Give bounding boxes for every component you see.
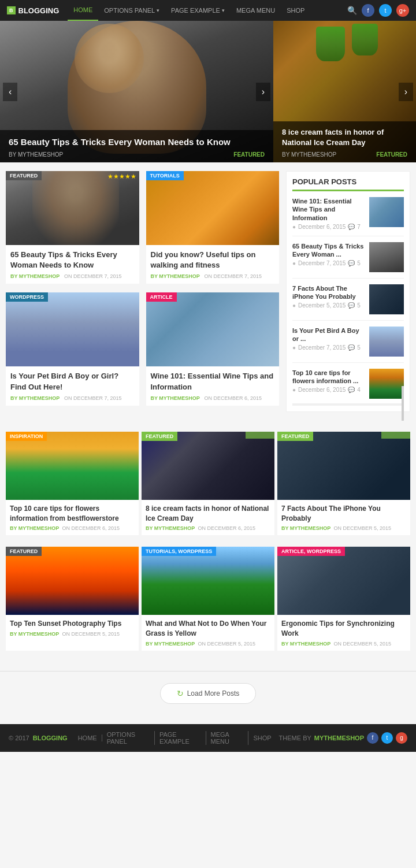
load-more-section: ↻ Load More Posts <box>0 654 416 724</box>
post-title: Ergonomic Tips for Synchronizing Work <box>281 619 406 639</box>
post-card: TUTORIALS Did you know? Useful tips on w… <box>146 171 280 284</box>
post-card-third: TUTORIALS, WORDPRESS What and What Not t… <box>142 547 274 651</box>
post-meta: BY MYTHEMESHOP ON DECEMBER 6, 2015 <box>151 395 275 401</box>
post-image: FEATURED <box>277 432 410 500</box>
logo[interactable]: B BLOGGING <box>7 6 59 15</box>
refresh-icon: ↻ <box>177 689 184 698</box>
popular-posts-widget: POPULAR POSTS Wine 101: Essential Wine T… <box>286 171 410 412</box>
footer-nav-shop[interactable]: SHOP <box>248 735 276 741</box>
search-icon[interactable]: 🔍 <box>347 6 357 15</box>
post-stars: ★★★★★ <box>107 173 136 180</box>
footer-theme-label: THEME BY <box>279 735 311 741</box>
sidebar-post-image <box>369 197 404 227</box>
facebook-icon[interactable]: f <box>362 4 374 17</box>
hero-next-btn[interactable]: › <box>256 83 270 101</box>
hero-side-next-btn[interactable]: › <box>399 83 413 101</box>
post-card-third: ARTICLE, WORDPRESS Ergonomic Tips for Sy… <box>277 547 410 651</box>
post-image: INSPIRATION <box>6 432 139 500</box>
posts-row-2: WORDPRESS Is Your Pet Bird A Boy or Girl… <box>6 292 279 405</box>
post-title: Wine 101: Essential Wine Tips and Inform… <box>151 371 275 392</box>
hero-side: › 8 ice cream facts in honor of National… <box>273 21 416 162</box>
nav-item-options[interactable]: OPTIONS PANEL ▾ <box>98 0 165 21</box>
load-more-label: Load More Posts <box>187 689 240 698</box>
post-tag-featured3: FEATURED <box>6 547 42 556</box>
posts-grid: FEATURED ★★★★★ 65 Beauty Tips & Tricks E… <box>6 171 279 414</box>
sidebar-post-image <box>369 242 404 272</box>
header-right: 🔍 f t g+ <box>347 4 409 17</box>
post-image: FEATURED <box>142 432 274 500</box>
hero-main: ‹ › 65 Beauty Tips & Tricks Every Woman … <box>0 21 273 162</box>
posts-three-row-1: INSPIRATION Top 10 care tips for flowers… <box>0 426 416 539</box>
footer-nav-mega[interactable]: MEGA MENU <box>206 731 249 745</box>
sidebar-post-item[interactable]: Is Your Pet Bird A Boy or ... ● December… <box>292 327 404 363</box>
header: B BLOGGING HOME OPTIONS PANEL ▾ PAGE EXA… <box>0 0 416 21</box>
post-title: Did you know? Useful tips on walking and… <box>151 250 275 270</box>
post-image: TUTORIALS, WORDPRESS <box>142 547 274 615</box>
footer-google-plus-icon[interactable]: g <box>396 732 407 744</box>
footer-nav-options[interactable]: OPTIONS PANEL <box>102 731 155 745</box>
post-title: Is Your Pet Bird A Boy or Girl? Find Out… <box>10 371 135 392</box>
logo-icon: B <box>7 6 16 14</box>
post-card-third: INSPIRATION Top 10 care tips for flowers… <box>6 432 139 536</box>
post-meta: BY MYTHEMESHOP ON DECEMBER 7, 2015 <box>151 273 275 279</box>
post-card-third: FEATURED 8 ice cream facts in honor of N… <box>142 432 274 536</box>
post-meta: BY MYTHEMESHOP ON DECEMBER 7, 2015 <box>10 395 135 401</box>
hero-section: ‹ › 65 Beauty Tips & Tricks Every Woman … <box>0 21 416 162</box>
sidebar-post-item[interactable]: 65 Beauty Tips & Tricks Every Woman ... … <box>292 242 404 279</box>
footer-nav: HOME OPTIONS PANEL PAGE EXAMPLE MEGA MEN… <box>73 731 276 745</box>
nav-item-shop[interactable]: SHOP <box>281 0 310 21</box>
sidebar-post-item[interactable]: 7 Facts About The iPhone You Probably ● … <box>292 284 404 321</box>
footer: © 2017 BLOGGING HOME OPTIONS PANEL PAGE … <box>0 724 416 752</box>
hero-main-tag: FEATURED <box>233 151 265 158</box>
popular-posts-title: POPULAR POSTS <box>292 177 404 191</box>
post-card: ARTICLE Wine 101: Essential Wine Tips an… <box>146 292 280 405</box>
post-tag-featured-green: FEATURED <box>142 432 177 441</box>
post-tag-featured-green2: FEATURED <box>277 432 313 441</box>
sidebar-post-title: 7 Facts About The iPhone You Probably <box>292 284 365 301</box>
footer-right: THEME BY MYTHEMESHOP f t g <box>279 732 407 744</box>
dropdown-arrow-page: ▾ <box>222 8 225 13</box>
sidebar-post-image <box>369 327 404 357</box>
footer-copy: © 2017 BLOGGING <box>9 735 68 741</box>
nav-item-mega-menu[interactable]: MEGA MENU <box>231 0 281 21</box>
post-tag-article-wp: ARTICLE, WORDPRESS <box>277 547 345 556</box>
hero-side-author: BY MYTHEMESHOP <box>282 151 336 158</box>
sidebar-post-image <box>369 284 404 314</box>
sidebar-post-title: Top 10 care tips for flowers information… <box>292 369 365 385</box>
nav-item-page-example[interactable]: PAGE EXAMPLE ▾ <box>165 0 231 21</box>
main-content: FEATURED ★★★★★ 65 Beauty Tips & Tricks E… <box>0 162 416 423</box>
google-plus-icon[interactable]: g+ <box>396 4 409 17</box>
post-card-third: FEATURED Top Ten Sunset Photography Tips… <box>6 547 139 651</box>
post-title: Top 10 care tips for flowers information… <box>10 504 135 524</box>
post-image: ARTICLE <box>146 292 280 366</box>
footer-facebook-icon[interactable]: f <box>367 732 378 744</box>
post-title: 7 Facts About The iPhone You Probably <box>281 504 406 524</box>
post-image: FEATURED <box>6 547 139 615</box>
post-card: FEATURED ★★★★★ 65 Beauty Tips & Tricks E… <box>6 171 139 284</box>
load-more-button[interactable]: ↻ Load More Posts <box>160 683 257 704</box>
post-tag-inspiration: INSPIRATION <box>6 432 47 441</box>
posts-row-1: FEATURED ★★★★★ 65 Beauty Tips & Tricks E… <box>6 171 279 284</box>
hero-side-title: 8 ice cream facts in honor of National I… <box>282 127 407 148</box>
hero-main-author: BY MYTHEMESHOP <box>9 151 63 158</box>
hero-main-meta: BY MYTHEMESHOP FEATURED <box>9 151 265 158</box>
nav-item-home[interactable]: HOME <box>68 0 98 21</box>
footer-nav-home[interactable]: HOME <box>73 735 102 741</box>
twitter-icon[interactable]: t <box>379 4 392 17</box>
post-card: WORDPRESS Is Your Pet Bird A Boy or Girl… <box>6 292 139 405</box>
post-image: FEATURED ★★★★★ <box>6 171 139 245</box>
sidebar-post-title: 65 Beauty Tips & Tricks Every Woman ... <box>292 242 365 259</box>
hero-main-title: 65 Beauty Tips & Tricks Every Woman Need… <box>9 136 265 148</box>
footer-nav-page[interactable]: PAGE EXAMPLE <box>155 731 206 745</box>
sidebar-post-image <box>369 369 404 399</box>
hero-prev-btn[interactable]: ‹ <box>3 83 17 101</box>
sidebar: POPULAR POSTS Wine 101: Essential Wine T… <box>286 171 410 414</box>
post-title: Top Ten Sunset Photography Tips <box>10 619 135 629</box>
post-image: WORDPRESS <box>6 292 139 366</box>
sidebar-post-title: Wine 101: Essential Wine Tips and Inform… <box>292 197 365 222</box>
sidebar-post-item[interactable]: Wine 101: Essential Wine Tips and Inform… <box>292 197 404 236</box>
posts-three-row-2: FEATURED Top Ten Sunset Photography Tips… <box>0 544 416 654</box>
sidebar-post-item[interactable]: Top 10 care tips for flowers information… <box>292 369 404 399</box>
footer-twitter-icon[interactable]: t <box>381 732 393 744</box>
post-title: 65 Beauty Tips & Tricks Every Woman Need… <box>10 250 135 270</box>
